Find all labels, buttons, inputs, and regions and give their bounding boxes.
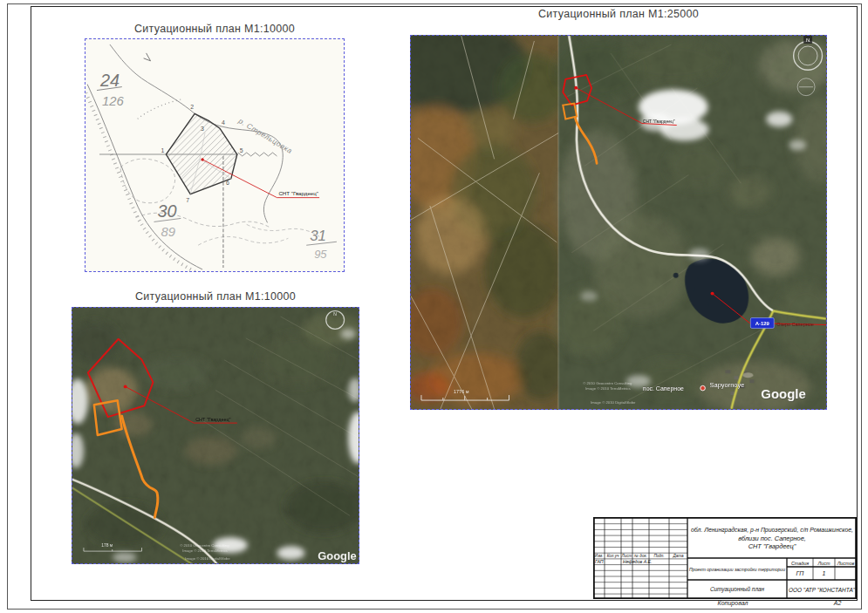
scale-text: 1776 м <box>454 389 469 394</box>
town-label-en: Sapyornoye <box>710 381 745 389</box>
stamp-col-dok: № док. <box>634 554 647 558</box>
sketch-map-title: Ситуационный план М1:10000 <box>85 23 345 35</box>
stage-label: Стадия <box>791 561 809 566</box>
road-badge-label: А-129 <box>755 321 770 326</box>
pond-shape <box>673 273 679 278</box>
stamp-col-data: Дата <box>672 554 684 558</box>
location-line: СНТ "Гвардеец" <box>748 542 796 550</box>
credit-line: Image © 2010 TerraMetrics <box>182 548 227 553</box>
site-label: СНТ "Гвардеец" <box>643 119 675 124</box>
copied-by-label: Копировал <box>698 600 768 606</box>
sheets-label: Листов <box>837 561 855 566</box>
stage-value: ГП <box>796 570 805 576</box>
town-label-ru: пос. Саперное <box>643 385 684 392</box>
compass-north-label: N <box>333 312 337 317</box>
location-line: вблизи пос. Саперное, <box>738 535 806 542</box>
google-logo: Google <box>318 549 356 562</box>
stamp-col-podp: Подп. <box>653 554 664 558</box>
sketch-plan-image: 1 2 3 4 5 6 7 24 126 30 89 31 95 <box>85 38 345 272</box>
stamp-company: ООО "АТР "КОНСТАНТА" <box>789 587 856 593</box>
contour-line <box>120 159 175 203</box>
location-line: обл. Ленинградская, р-н Приозерский, с/п… <box>691 526 853 534</box>
contour-line <box>247 224 319 236</box>
noise-texture <box>411 36 826 409</box>
stamp-col-koluch: Кол.уч <box>607 554 619 558</box>
sheet-label: Лист <box>817 561 830 566</box>
vertex-number: 4 <box>222 119 225 126</box>
vertex-number: 7 <box>186 197 189 203</box>
large-satellite-image: СНТ "Гвардеец" А-129 Озеро Саперное пос.… <box>411 36 826 409</box>
small-sat-map-title: Ситуационный план М1:10000 <box>72 290 359 303</box>
river-label: р. Стрельцовка <box>236 116 294 155</box>
drawing-sheet: Ситуационный план М1:10000 Ситуационный … <box>0 0 868 613</box>
lake-label: Озеро Саперное <box>776 322 814 327</box>
sheet-format-label: А2 <box>824 600 851 606</box>
credit-line: Image © 2010 DigitalGlobe <box>591 400 636 405</box>
parcel-den: 126 <box>102 94 125 108</box>
parcel-number-30-89: 30 89 <box>154 201 181 239</box>
survey-zigzag-line <box>238 153 277 156</box>
credit-line: © 2010 Geocentre Consulting <box>583 381 632 385</box>
site-label: СНТ "Гвардеец" <box>278 190 318 196</box>
contour-line <box>136 213 270 227</box>
vertex-number: 2 <box>190 104 194 110</box>
credit-line: Image © 2010 TerraMetrics <box>585 386 630 391</box>
sheet-value: 1 <box>823 570 826 576</box>
title-block: Изм. Кол.уч Лист № док. Подп. Дата ГАП Н… <box>593 517 857 599</box>
contour-line <box>198 236 288 245</box>
google-logo: Google <box>761 386 805 401</box>
vertex-number: 5 <box>240 147 243 153</box>
scale-text: 178 м <box>101 543 113 548</box>
site-label: СНТ "Гвардеец" <box>195 417 230 422</box>
parcel-number-24-126: 24 126 <box>97 71 125 109</box>
stamp-col-list: Лист <box>621 554 632 558</box>
river-flow-arrow-icon <box>144 53 151 61</box>
credit-line: Image © 2010 DigitalGlobe <box>185 556 230 561</box>
sketch-plan-drawing: 1 2 3 4 5 6 7 24 126 30 89 31 95 <box>85 39 344 271</box>
small-satellite-map: СНТ "Гвардеец" N 178 м © 2010 Geocentre … <box>72 307 359 564</box>
noise-texture <box>72 308 359 563</box>
compass-north-label: N <box>806 37 810 43</box>
stamp-col-izm: Изм. <box>595 554 604 558</box>
stamp-project: Проект организации застройки территории <box>689 567 785 572</box>
parcel-num: 31 <box>310 228 326 244</box>
parcel-num: 24 <box>99 71 120 90</box>
credit-line: © 2010 Geocentre Consulting <box>180 543 229 548</box>
vertex-number: 1 <box>161 147 164 153</box>
stamp-role: ГАП <box>595 559 604 564</box>
parcel-den: 89 <box>161 225 175 239</box>
stamp-doc-title: Ситуационный план <box>710 586 765 593</box>
parcel-num: 30 <box>157 201 176 221</box>
parcel-den: 95 <box>314 248 327 261</box>
parcel-number-31-95: 31 95 <box>306 228 337 261</box>
vertex-number: 6 <box>226 180 229 186</box>
vertex-number: 3 <box>201 126 204 132</box>
large-satellite-map: СНТ "Гвардеец" А-129 Озеро Саперное пос.… <box>410 35 827 410</box>
large-sat-map-title: Ситуационный план М1:25000 <box>410 8 827 20</box>
dotted-boundary <box>138 99 183 119</box>
town-marker-dot <box>701 385 706 391</box>
road-badge: А-129 <box>750 317 774 328</box>
site-marker-dot <box>201 158 203 160</box>
stamp-name: Нефедов А.Е. <box>623 559 653 564</box>
small-satellite-image: СНТ "Гвардеец" N 178 м © 2010 Geocentre … <box>72 308 359 563</box>
